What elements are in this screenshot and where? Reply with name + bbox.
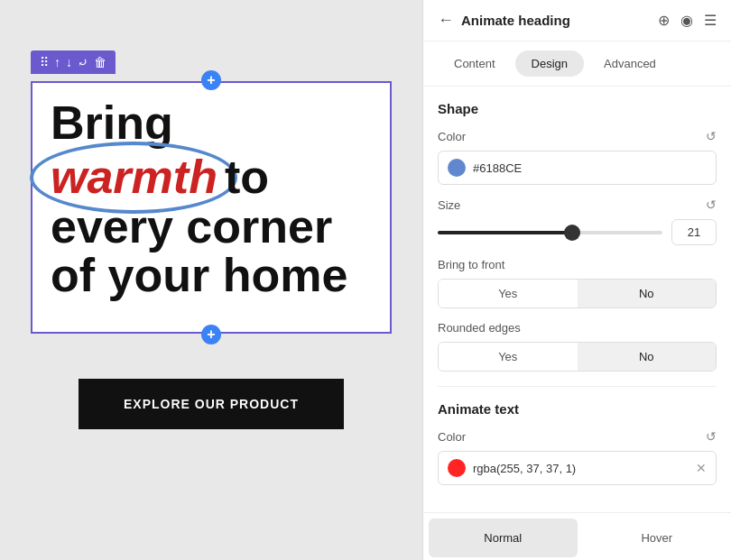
color-input[interactable]: #6188CE <box>438 151 717 185</box>
shape-section-title: Shape <box>438 101 717 116</box>
color-value: #6188CE <box>473 161 707 175</box>
explore-button[interactable]: EXPLORE OUR PRODUCT <box>79 379 344 429</box>
tab-content[interactable]: Content <box>438 50 512 77</box>
add-below-button[interactable]: + <box>201 325 221 344</box>
canvas-area: ⠿ ↑ ↓ ⤾ 🗑 + Bring warmth to every corner… <box>0 0 422 560</box>
to-text: to <box>225 151 269 205</box>
panel-title: Animate heading <box>461 13 570 28</box>
slider-fill <box>438 231 572 234</box>
panel-header: ← Animate heading ⊕ ◉ ☰ <box>423 0 731 41</box>
heading-line2: warmth to <box>51 151 372 205</box>
add-above-button[interactable]: + <box>201 70 221 90</box>
duplicate-icon[interactable]: ⤾ <box>78 55 88 69</box>
warmth-text: warmth <box>51 151 217 203</box>
size-field-label: Size ↺ <box>438 197 717 212</box>
rounded-edges-toggle[interactable]: Yes No <box>438 342 717 372</box>
size-slider-track[interactable] <box>438 231 662 234</box>
animate-color-reset-icon[interactable]: ↺ <box>706 429 717 444</box>
bring-no-button[interactable]: No <box>578 280 717 308</box>
back-button[interactable]: ← <box>438 11 454 30</box>
bottom-tab-normal[interactable]: Normal <box>429 519 578 557</box>
size-slider-row <box>438 219 717 245</box>
tab-design[interactable]: Design <box>515 50 584 77</box>
slider-thumb[interactable] <box>564 225 580 241</box>
right-panel: ← Animate heading ⊕ ◉ ☰ Content Design A… <box>422 0 731 560</box>
tab-advanced[interactable]: Advanced <box>588 50 672 77</box>
settings-icon[interactable]: ☰ <box>704 12 717 29</box>
widget-container[interactable]: ⠿ ↑ ↓ ⤾ 🗑 + Bring warmth to every corner… <box>31 81 392 334</box>
eye-icon[interactable]: ◉ <box>680 12 693 29</box>
color-field-label: Color ↺ <box>438 129 717 143</box>
bring-yes-button[interactable]: Yes <box>439 280 578 308</box>
bottom-tabs: Normal Hover <box>423 512 731 560</box>
color-circle <box>448 159 466 177</box>
move-up-icon[interactable]: ↑ <box>54 55 60 69</box>
widget-toolbar[interactable]: ⠿ ↑ ↓ ⤾ 🗑 <box>31 50 116 74</box>
color-reset-icon[interactable]: ↺ <box>706 129 717 143</box>
rounded-edges-label: Rounded edges <box>438 321 717 335</box>
heading-content: Bring warmth to every corner of your hom… <box>32 83 390 321</box>
tabs-bar: Content Design Advanced <box>423 41 731 87</box>
size-reset-icon[interactable]: ↺ <box>706 197 717 212</box>
section-divider <box>438 386 717 387</box>
warmth-wrapper: warmth <box>51 151 217 205</box>
drag-icon[interactable]: ⠿ <box>40 55 49 69</box>
animate-color-input[interactable]: rgba(255, 37, 37, 1) ✕ <box>438 451 717 485</box>
rounded-no-button[interactable]: No <box>578 343 717 371</box>
heading-line4: of your home <box>51 249 372 303</box>
animate-color-field-label: Color ↺ <box>438 429 717 444</box>
bring-to-front-label: Bring to front <box>438 258 717 271</box>
heading-line1: Bring <box>51 96 372 151</box>
add-icon[interactable]: ⊕ <box>658 12 670 29</box>
animate-color-value: rgba(255, 37, 37, 1) <box>473 462 696 475</box>
delete-icon[interactable]: 🗑 <box>94 55 106 69</box>
animate-color-circle <box>448 459 466 477</box>
color-clear-button[interactable]: ✕ <box>696 461 707 475</box>
bottom-tab-hover[interactable]: Hover <box>583 513 732 560</box>
panel-header-icons: ⊕ ◉ ☰ <box>658 12 717 29</box>
panel-header-left: ← Animate heading <box>438 11 570 30</box>
move-down-icon[interactable]: ↓ <box>66 55 72 69</box>
panel-body: Shape Color ↺ #6188CE Size ↺ Bring to fr… <box>423 87 731 512</box>
bring-to-front-toggle[interactable]: Yes No <box>438 279 717 308</box>
size-value-input[interactable] <box>671 219 717 245</box>
rounded-yes-button[interactable]: Yes <box>439 343 578 371</box>
animate-text-section-title: Animate text <box>438 401 717 417</box>
